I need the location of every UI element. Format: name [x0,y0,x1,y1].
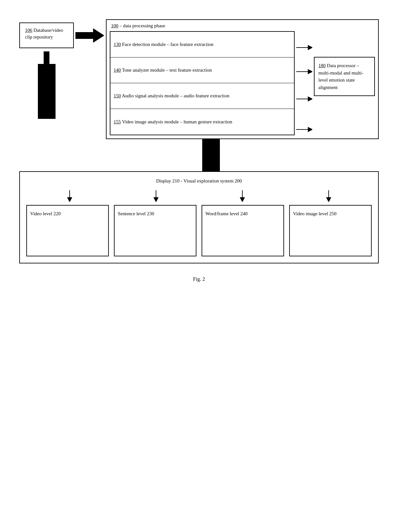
arrow-155-icon [295,126,314,133]
module-140: 140 Tone analyzer module – text feature … [110,58,294,83]
big-right-arrow-icon [75,28,104,43]
svg-marker-3 [75,28,104,43]
arrow-down-left-icon [38,51,56,119]
sub-box-220: Video level 220 [26,205,109,256]
arrow-130-icon [295,44,314,51]
top-section: 106 Database/video clip repository [19,19,379,139]
processing-id: 100 [111,23,118,28]
bottom-section: Display 210 - Visual exploration system … [19,171,379,263]
db-id: 106 [25,28,32,33]
arrow-150-icon [295,95,314,103]
diagram-container: 106 Database/video clip repository [19,13,379,288]
sub-box-220-label: Video level 220 [30,211,61,216]
arrow-right-db-to-processing [74,28,106,43]
modules-column: 130 Face detection module – face feature… [110,31,295,135]
sub-box-230-label: Sentence level 230 [118,211,154,216]
arrow-processing-down-icon [202,139,220,171]
module-150: 150 Audio signal analysis module – audio… [110,83,294,109]
data-processor-box: 180 Data processor – multi-modal and mul… [314,57,375,96]
sub-box-250-label: Video image level 250 [293,211,336,216]
arrow-140-icon [295,68,314,75]
arrow-to-250-icon [285,190,372,202]
sub-arrows-row [26,190,372,202]
bottom-title: Display 210 - Visual exploration system … [26,178,372,184]
sub-box-240-label: Word/frame level 240 [205,211,247,216]
middle-arrows-section [19,139,379,171]
sub-box-250: Video image level 250 [289,205,372,256]
processing-phase-box: 100 – data processing phase 130 Face det… [106,19,379,139]
arrow-to-240-icon [199,190,285,202]
modules-and-processor: 130 Face detection module – face feature… [110,31,375,135]
sub-boxes-row: Video level 220 Sentence level 230 Word/… [26,205,372,256]
module-155: 155 Video image analysis module – human … [110,109,294,135]
sub-box-230: Sentence level 230 [114,205,196,256]
sub-box-240: Word/frame level 240 [202,205,284,256]
module-130: 130 Face detection module – face feature… [110,32,294,58]
processing-title: 100 – data processing phase [110,23,375,29]
arrow-to-220-icon [26,190,113,202]
fig-caption: Fig. 2 [19,276,379,282]
database-box: 106 Database/video clip repository [19,22,74,48]
module-arrows-column [295,31,314,135]
arrow-to-230-icon [113,190,199,202]
